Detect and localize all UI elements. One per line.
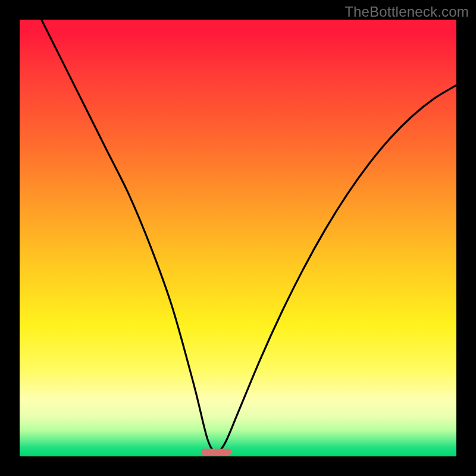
chart-frame: TheBottleneck.com [0, 0, 476, 476]
watermark-text: TheBottleneck.com [345, 4, 469, 20]
plot-area [20, 20, 456, 456]
optimal-marker [201, 449, 231, 456]
bottleneck-curve [20, 20, 456, 456]
